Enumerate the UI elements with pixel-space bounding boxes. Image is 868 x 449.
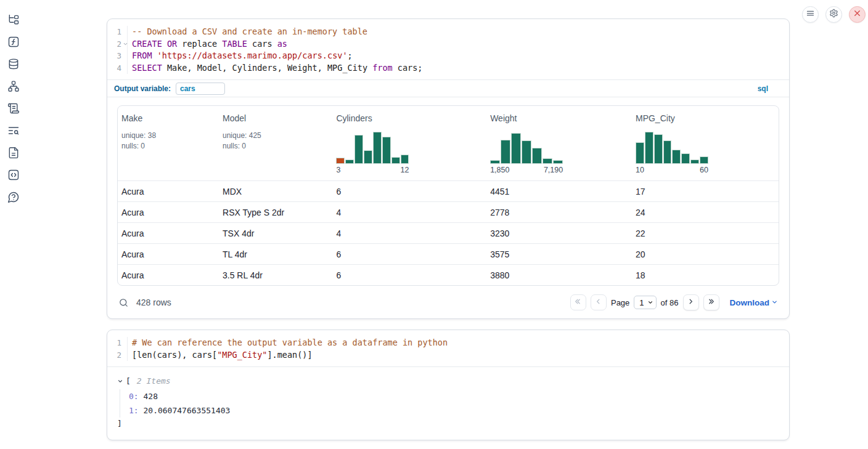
column-header-mpg-city: MPG_City 10 60 [632,106,779,180]
python-output-area: [ 2 Items 0: 428 1: 20.060747663551403 ] [107,366,789,440]
code-text: -- Download a CSV and create an in-memor… [128,26,367,38]
histogram-labels: 10 60 [636,166,708,174]
code-line: 2 CREATE OR replace TABLE cars as [107,38,789,51]
gear-icon [829,9,838,20]
settings-button[interactable] [825,6,842,23]
tree-root-row: [ 2 Items [117,375,779,387]
file-explorer-icon[interactable] [7,14,20,26]
page-select[interactable]: 1 [634,296,656,309]
table-cell: 3.5 RL 4dr [219,265,332,285]
first-page-button[interactable] [570,294,586,310]
tree-entry: 0: 428 [129,389,779,403]
line-number: 4 [107,62,128,75]
python-cell: 1 # We can reference the output variable… [107,330,790,440]
python-code-editor[interactable]: 1 # We can reference the output variable… [107,330,789,366]
table-cell: 3230 [486,223,632,243]
table-cell: Acura [118,265,219,285]
fold-chevron-icon[interactable] [123,41,128,47]
table-cell: 6 [332,181,486,201]
code-line: 1 # We can reference the output variable… [107,337,789,349]
table-row: Acura TSX 4dr 4 3230 22 [118,222,779,243]
page-label: Page [611,298,629,307]
output-variable-label: Output variable: [114,84,171,93]
line-number: 3 [107,50,128,62]
table-cell: RSX Type S 2dr [219,202,332,222]
code-line: 2 [len(cars), cars["MPG_City"].mean()] [107,349,789,362]
table-footer: 428 rows Page 1 of 86 [117,293,779,312]
output-variable-input[interactable] [176,83,225,95]
previous-page-button[interactable] [591,294,607,310]
tree-entry-key: 0: [129,392,139,401]
items-count-label: 2 Items [137,375,171,387]
histogram-bars [336,132,409,164]
sidebar [0,0,27,449]
help-icon[interactable] [7,191,20,203]
table-cell: TL 4dr [219,244,332,264]
column-header-weight: Weight 1,850 7,190 [486,106,632,180]
code-text: # We can reference the output variable a… [128,337,448,349]
table-row: Acura TL 4dr 6 3575 20 [118,243,779,264]
column-header-make: Make unique: 38 nulls: 0 [118,106,219,180]
weight-histogram: 1,850 7,190 [490,132,563,174]
table-row: Acura RSX Type S 2dr 4 2778 24 [118,201,779,222]
open-bracket: [ [126,375,131,387]
cylinders-histogram: 3 12 [336,132,409,174]
chevron-down-icon[interactable] [117,378,123,384]
column-title[interactable]: Cylinders [336,113,372,123]
code-line: 1 -- Download a CSV and create an in-mem… [107,26,789,38]
table-cell: TSX 4dr [219,223,332,243]
language-badge: sql [758,84,768,93]
code-text: SELECT Make, Model, Cylinders, Weight, M… [128,62,422,75]
code-text: FROM 'https://datasets.marimo.app/cars.c… [128,50,353,62]
search-icon[interactable] [118,297,129,308]
column-stats: unique: 38 nulls: 0 [121,131,214,152]
code-line: 4 SELECT Make, Model, Cylinders, Weight,… [107,62,789,75]
table-cell: Acura [118,244,219,264]
sql-code-editor[interactable]: 1 -- Download a CSV and create an in-mem… [107,19,789,79]
sql-cell: 1 -- Download a CSV and create an in-mem… [107,18,790,319]
table-cell: 2778 [486,202,632,222]
table-cell: 4 [332,223,486,243]
documentation-icon[interactable] [7,147,20,159]
chevrons-left-icon [574,297,582,308]
column-title[interactable]: Weight [490,113,517,123]
next-page-button[interactable] [683,294,699,310]
code-text: [len(cars), cars["MPG_City"].mean()] [128,349,313,362]
column-stats: unique: 425 nulls: 0 [223,131,327,152]
outline-icon[interactable] [7,102,20,115]
last-page-button[interactable] [703,294,719,310]
table-header: Make unique: 38 nulls: 0 Model unique: 4… [118,106,779,180]
column-title[interactable]: Model [223,113,246,123]
table-cell: 24 [632,202,779,222]
column-title[interactable]: MPG_City [636,113,675,123]
data-table: Make unique: 38 nulls: 0 Model unique: 4… [117,105,779,286]
topbar [802,6,866,23]
table-cell: 4451 [486,181,632,201]
code-text: CREATE OR replace TABLE cars as [128,38,287,51]
hamburger-menu-icon [806,9,815,20]
page-of-label: of 86 [661,298,679,307]
close-bracket: ] [117,418,779,430]
download-button[interactable]: Download [730,298,779,307]
histogram-bars [636,132,708,164]
tree-entry-value: 20.060747663551403 [143,406,230,415]
logs-icon[interactable] [7,124,20,137]
sql-output-area: Make unique: 38 nulls: 0 Model unique: 4… [107,97,789,318]
table-cell: 6 [332,244,486,264]
code-line: 3 FROM 'https://datasets.marimo.app/cars… [107,50,789,62]
histogram-bars [490,132,563,164]
variables-icon[interactable] [7,36,20,48]
snippets-icon[interactable] [7,169,20,181]
table-row: Acura 3.5 RL 4dr 6 3880 18 [118,264,779,285]
line-number: 1 [107,337,128,349]
pagination: Page 1 of 86 Download [570,294,778,310]
notebook-menu-button[interactable] [802,6,819,23]
histogram-labels: 1,850 7,190 [490,166,563,174]
dependency-graph-icon[interactable] [7,80,20,92]
notebook-area: 1 -- Download a CSV and create an in-mem… [107,0,790,440]
data-sources-icon[interactable] [7,58,20,70]
column-title[interactable]: Make [121,113,142,123]
column-header-cylinders: Cylinders 3 12 [332,106,486,180]
output-variable-row: Output variable: sql [107,79,789,97]
shutdown-button[interactable] [849,6,866,23]
